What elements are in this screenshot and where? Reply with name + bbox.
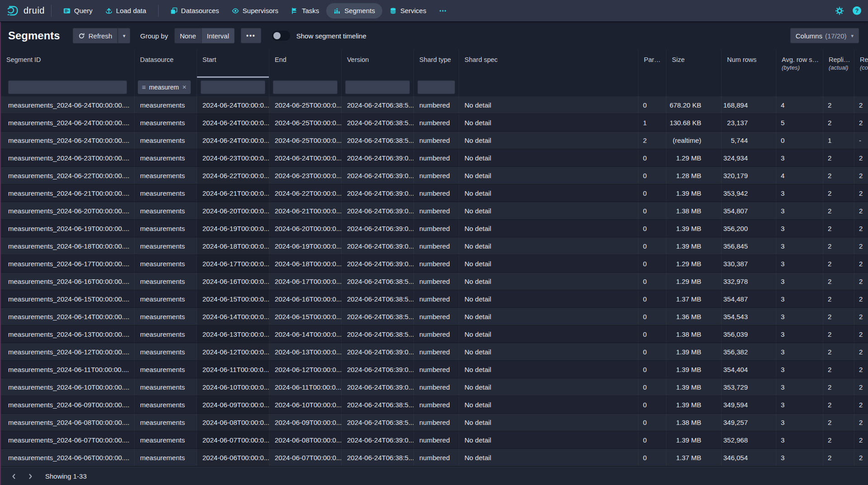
cell-partition[interactable]: 0 bbox=[638, 220, 666, 237]
cell-num_rows[interactable]: 352,968 bbox=[722, 431, 776, 448]
column-header-shard_spec[interactable]: Shard spec bbox=[459, 50, 638, 78]
prev-page-button[interactable] bbox=[7, 470, 21, 483]
cell-repl_factor[interactable]: 2 bbox=[854, 343, 868, 360]
nav-item-segments[interactable]: Segments bbox=[326, 3, 382, 19]
cell-replicas[interactable]: 2 bbox=[823, 449, 854, 466]
cell-replicas[interactable]: 2 bbox=[823, 255, 854, 272]
cell-shard_spec[interactable]: No detail bbox=[459, 273, 638, 290]
cell-shard_spec[interactable]: No detail bbox=[459, 202, 638, 219]
datasource-filter-tag[interactable]: ≡measurem✕ bbox=[138, 80, 191, 94]
cell-shard_spec[interactable]: No detail bbox=[459, 237, 638, 254]
cell-size[interactable]: 1.38 MB bbox=[666, 325, 722, 343]
cell-shard_type[interactable]: numbered bbox=[414, 396, 459, 413]
cell-end[interactable]: 2024-06-21T00:00:0... bbox=[269, 202, 342, 219]
cell-shard_spec[interactable]: No detail bbox=[459, 96, 638, 113]
cell-version[interactable]: 2024-06-24T06:39:0... bbox=[342, 255, 414, 272]
cell-end[interactable]: 2024-06-11T00:00:0... bbox=[269, 378, 342, 396]
druid-logo[interactable]: druid bbox=[6, 5, 45, 17]
cell-avg_row_size[interactable]: 3 bbox=[776, 308, 823, 325]
cell-id[interactable]: measurements_2024-06-06T00:00:00.... bbox=[1, 449, 135, 466]
cell-repl_factor[interactable]: 2 bbox=[854, 308, 868, 325]
cell-size[interactable]: 1.39 MB bbox=[666, 378, 722, 396]
cell-num_rows[interactable]: 356,845 bbox=[722, 237, 776, 254]
cell-avg_row_size[interactable]: 3 bbox=[776, 449, 823, 466]
cell-num_rows[interactable]: 320,179 bbox=[722, 167, 776, 184]
cell-avg_row_size[interactable]: 3 bbox=[776, 273, 823, 290]
cell-start[interactable]: 2024-06-11T00:00:0... bbox=[197, 361, 269, 378]
cell-end[interactable]: 2024-06-08T00:00:0... bbox=[269, 431, 342, 448]
cell-end[interactable]: 2024-06-23T00:00:0... bbox=[269, 167, 342, 184]
cell-start[interactable]: 2024-06-20T00:00:0... bbox=[197, 202, 269, 219]
cell-num_rows[interactable]: 356,382 bbox=[722, 343, 776, 360]
cell-start[interactable]: 2024-06-22T00:00:0... bbox=[197, 167, 269, 184]
cell-start[interactable]: 2024-06-13T00:00:0... bbox=[197, 325, 269, 343]
cell-shard_spec[interactable]: No detail bbox=[459, 361, 638, 378]
cell-num_rows[interactable]: 5,744 bbox=[722, 132, 776, 149]
refresh-button[interactable]: Refresh bbox=[73, 28, 118, 43]
cell-id[interactable]: measurements_2024-06-17T00:00:00.... bbox=[1, 255, 135, 272]
cell-end[interactable]: 2024-06-19T00:00:0... bbox=[269, 237, 342, 254]
segment-row[interactable]: measurements_2024-06-06T00:00:00....meas… bbox=[1, 449, 868, 466]
cell-shard_spec[interactable]: No detail bbox=[459, 325, 638, 343]
cell-datasource[interactable]: measurements bbox=[135, 378, 197, 396]
cell-avg_row_size[interactable]: 3 bbox=[776, 414, 823, 431]
cell-version[interactable]: 2024-06-24T06:39:0... bbox=[342, 184, 414, 202]
cell-id[interactable]: measurements_2024-06-15T00:00:00.... bbox=[1, 290, 135, 307]
cell-replicas[interactable]: 2 bbox=[823, 273, 854, 290]
nav-item-query[interactable]: Query bbox=[58, 3, 98, 19]
cell-start[interactable]: 2024-06-16T00:00:0... bbox=[197, 273, 269, 290]
cell-version[interactable]: 2024-06-24T06:39:0... bbox=[342, 237, 414, 254]
cell-datasource[interactable]: measurements bbox=[135, 132, 197, 149]
cell-repl_factor[interactable]: 2 bbox=[854, 202, 868, 219]
cell-partition[interactable]: 1 bbox=[638, 114, 666, 131]
cell-repl_factor[interactable]: 2 bbox=[854, 149, 868, 166]
cell-partition[interactable]: 0 bbox=[638, 325, 666, 343]
cell-num_rows[interactable]: 168,894 bbox=[722, 96, 776, 113]
cell-shard_type[interactable]: numbered bbox=[414, 343, 459, 360]
cell-id[interactable]: measurements_2024-06-20T00:00:00.... bbox=[1, 202, 135, 219]
cell-replicas[interactable]: 2 bbox=[823, 220, 854, 237]
cell-repl_factor[interactable]: 2 bbox=[854, 431, 868, 448]
nav-item-services[interactable]: Services bbox=[384, 3, 432, 19]
cell-num_rows[interactable]: 330,387 bbox=[722, 255, 776, 272]
cell-shard_type[interactable]: numbered bbox=[414, 449, 459, 466]
cell-end[interactable]: 2024-06-18T00:00:0... bbox=[269, 255, 342, 272]
cell-shard_type[interactable]: numbered bbox=[414, 361, 459, 378]
cell-repl_factor[interactable]: 2 bbox=[854, 273, 868, 290]
cell-id[interactable]: measurements_2024-06-12T00:00:00.... bbox=[1, 343, 135, 360]
segment-row[interactable]: measurements_2024-06-15T00:00:00....meas… bbox=[1, 290, 868, 308]
cell-num_rows[interactable]: 23,137 bbox=[722, 114, 776, 131]
cell-replicas[interactable]: 2 bbox=[823, 202, 854, 219]
cell-version[interactable]: 2024-06-24T06:39:0... bbox=[342, 167, 414, 184]
segment-row[interactable]: measurements_2024-06-19T00:00:00....meas… bbox=[1, 220, 868, 237]
cell-num_rows[interactable]: 353,942 bbox=[722, 184, 776, 202]
filter-input-id[interactable] bbox=[8, 80, 127, 94]
cell-repl_factor[interactable]: 2 bbox=[854, 396, 868, 413]
segment-row[interactable]: measurements_2024-06-16T00:00:00....meas… bbox=[1, 273, 868, 290]
cell-shard_spec[interactable]: No detail bbox=[459, 378, 638, 396]
cell-end[interactable]: 2024-06-22T00:00:0... bbox=[269, 184, 342, 202]
cell-version[interactable]: 2024-06-24T06:38:5... bbox=[342, 308, 414, 325]
remove-filter-icon[interactable]: ✕ bbox=[182, 84, 187, 90]
cell-num_rows[interactable]: 353,729 bbox=[722, 378, 776, 396]
column-header-size[interactable]: Size bbox=[666, 50, 722, 78]
cell-partition[interactable]: 0 bbox=[638, 414, 666, 431]
cell-version[interactable]: 2024-06-24T06:38:5... bbox=[342, 396, 414, 413]
cell-id[interactable]: measurements_2024-06-09T00:00:00.... bbox=[1, 396, 135, 413]
cell-avg_row_size[interactable]: 3 bbox=[776, 255, 823, 272]
cell-partition[interactable]: 0 bbox=[638, 149, 666, 166]
segment-row[interactable]: measurements_2024-06-23T00:00:00....meas… bbox=[1, 149, 868, 167]
segment-row[interactable]: measurements_2024-06-10T00:00:00....meas… bbox=[1, 378, 868, 396]
cell-datasource[interactable]: measurements bbox=[135, 149, 197, 166]
segment-row[interactable]: measurements_2024-06-20T00:00:00....meas… bbox=[1, 202, 868, 220]
cell-replicas[interactable]: 2 bbox=[823, 114, 854, 131]
cell-end[interactable]: 2024-06-17T00:00:0... bbox=[269, 273, 342, 290]
cell-replicas[interactable]: 2 bbox=[823, 343, 854, 360]
cell-repl_factor[interactable]: 2 bbox=[854, 378, 868, 396]
cell-size[interactable]: 1.36 MB bbox=[666, 308, 722, 325]
cell-avg_row_size[interactable]: 4 bbox=[776, 167, 823, 184]
cell-replicas[interactable]: 2 bbox=[823, 96, 854, 113]
cell-end[interactable]: 2024-06-14T00:00:0... bbox=[269, 325, 342, 343]
cell-partition[interactable]: 0 bbox=[638, 449, 666, 466]
cell-id[interactable]: measurements_2024-06-10T00:00:00.... bbox=[1, 378, 135, 396]
